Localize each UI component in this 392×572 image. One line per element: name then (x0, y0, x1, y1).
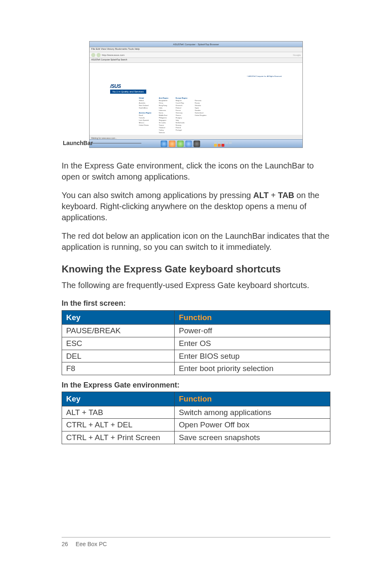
launchbar-callout-line (92, 143, 141, 143)
shortcuts-table-express-gate: Key Function ALT + TABSwitch among appli… (62, 392, 330, 444)
window-titlebar: ASUSTeK Computer - SplashTop Browser (90, 42, 302, 47)
regions-list: GlobalGlobalAustraliaNew ZealandSouth Af… (139, 97, 282, 134)
th-function: Function (175, 310, 330, 325)
copyright: © ASUSTeK Computer Inc. All Rights Reser… (110, 75, 282, 77)
paragraph-2: You can also switch among applications b… (62, 190, 330, 223)
browser-screenshot: ASUSTeK Computer - SplashTop Browser Fil… (89, 41, 303, 148)
th-function: Function (175, 392, 330, 406)
url-text: http://www.asus.com (102, 54, 125, 56)
chat-icon[interactable] (177, 141, 184, 147)
tray-icon[interactable] (221, 144, 224, 147)
table-row: ALT + TABSwitch among applications (62, 406, 330, 419)
table-row: CTRL + ALT + Print ScreenSave screen sna… (62, 431, 330, 444)
section-heading: Knowing the Express Gate keyboard shortc… (62, 263, 330, 276)
table-row: CTRL + ALT + DELOpen Power Off box (62, 419, 330, 431)
table1-caption: In the first screen: (62, 298, 330, 308)
tray-icon[interactable] (218, 141, 221, 144)
table-header-row: Key Function (62, 392, 330, 406)
tray-icon[interactable] (218, 144, 221, 147)
web-icon[interactable] (161, 141, 167, 147)
games-icon[interactable] (194, 141, 200, 147)
tray-icon[interactable] (229, 141, 232, 144)
table-row: DELEnter BIOS setup (62, 350, 330, 362)
browser-menubar: File Edit View History Bookmarks Tools H… (90, 47, 302, 52)
search-hint: Google (293, 54, 301, 56)
heading-subtext: The following are frequently-used Expres… (62, 280, 330, 291)
tray-icon[interactable] (225, 141, 228, 144)
table-header-row: Key Function (62, 310, 330, 325)
paragraph-3: The red dot below an application icon on… (62, 231, 330, 253)
launchbar-callout-label: LaunchBar (63, 140, 93, 146)
shortcuts-table-first-screen: Key Function PAUSE/BREAKPower-off ESCEnt… (62, 310, 330, 375)
footer-title: Eee Box PC (76, 541, 107, 547)
page-body: © ASUSTeK Computer Inc. All Rights Reser… (90, 63, 302, 135)
back-icon[interactable] (91, 53, 95, 57)
table-row: PAUSE/BREAKPower-off (62, 325, 330, 337)
forward-icon[interactable] (97, 53, 101, 57)
tray-icon[interactable] (214, 144, 217, 147)
paragraph-1: In the Express Gate environment, click t… (62, 160, 330, 182)
system-tray (214, 141, 232, 147)
browser-tabs: ASUSTeK Computer SplashTop Search (90, 58, 302, 63)
tray-icon[interactable] (214, 141, 217, 144)
photo-icon[interactable] (169, 141, 175, 147)
page-number: 26 (62, 541, 74, 547)
launchbar[interactable] (90, 139, 302, 148)
skype-icon[interactable] (185, 141, 192, 147)
tray-icon[interactable] (221, 141, 224, 144)
browser-addressbar: http://www.asus.com Google (90, 52, 302, 58)
asus-logo: /SUS (110, 83, 282, 89)
table-row: ESCEnter OS (62, 337, 330, 350)
page-footer: 26 Eee Box PC (62, 537, 330, 547)
table2-caption: In the Express Gate environment: (62, 380, 330, 390)
asus-tagline: No.1 in Quality and Services (110, 90, 146, 94)
table-row: F8Enter boot priority selection (62, 362, 330, 375)
th-key: Key (62, 392, 175, 406)
th-key: Key (62, 310, 175, 325)
